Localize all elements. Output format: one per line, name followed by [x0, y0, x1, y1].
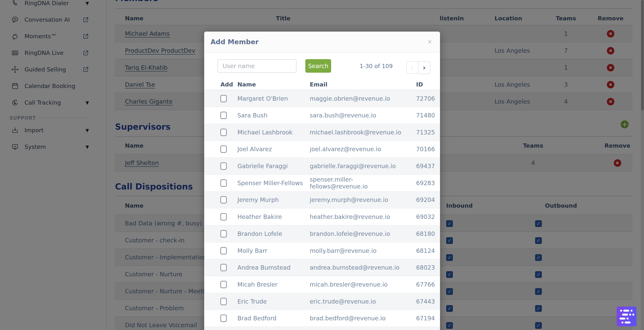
list-item: Sara Bush sara.bush@revenue.io 71480 — [204, 107, 440, 124]
list-item: Micah Bresler micah.bresler@revenue.io 6… — [204, 276, 440, 293]
user-id: 67766 — [410, 276, 440, 293]
user-email: andrea.bumstead@revenue.io — [303, 259, 410, 276]
add-user-checkbox[interactable] — [220, 179, 227, 187]
user-name: Margaret O'Brien — [231, 90, 303, 107]
list-item: Gabrielle Faraggi gabrielle.faraggi@reve… — [204, 158, 440, 175]
app-root: RingDNA Dialer ▼ Conversation AI Moments… — [0, 0, 644, 330]
user-name: Jeremy Murph — [231, 191, 303, 208]
chevron-left-icon: ‹ — [411, 63, 414, 72]
column-header-id: ID — [410, 79, 440, 90]
user-email: micah.bresler@revenue.io — [303, 276, 410, 293]
add-user-checkbox[interactable] — [220, 95, 227, 102]
user-email: michael.lashbrook@revenue.io — [303, 124, 410, 141]
pagination-range: 1-30 of 109 — [348, 63, 404, 69]
list-item: Spenser Miller-Fellows spenser.miller-fe… — [204, 174, 440, 191]
user-email: sara.bush@revenue.io — [303, 107, 410, 124]
user-name: Brandon Lofele — [231, 225, 303, 242]
user-name: Micah Bresler — [231, 276, 303, 293]
list-item: Jeremy Murph jeremy.murph@revenue.io 692… — [204, 191, 440, 208]
list-item: Michael Lashbrook michael.lashbrook@reve… — [204, 124, 440, 141]
column-header-name: Name — [231, 79, 303, 90]
add-user-checkbox[interactable] — [220, 315, 227, 322]
list-item: Molly Barr molly.barr@revenue.io 68124 — [204, 242, 440, 259]
add-user-checkbox[interactable] — [220, 281, 227, 288]
user-id: 68023 — [410, 259, 440, 276]
user-name: Gabrielle Faraggi — [231, 158, 303, 175]
column-header-add: Add — [204, 79, 231, 90]
add-user-checkbox[interactable] — [220, 213, 227, 220]
user-id: 68124 — [410, 242, 440, 259]
user-email: eric.trude@revenue.io — [303, 293, 410, 310]
user-email: spenser.miller-fellows@revenue.io — [303, 174, 410, 191]
add-member-modal: Add Member ✕ Search 1-30 of 109 ‹ › Add … — [204, 32, 440, 330]
list-item: Brad Bedford brad.bedford@revenue.io 671… — [204, 310, 440, 327]
add-user-checkbox[interactable] — [220, 196, 227, 203]
add-user-checkbox[interactable] — [220, 146, 227, 153]
user-id: 68180 — [410, 225, 440, 242]
add-user-checkbox[interactable] — [220, 298, 227, 305]
user-id: 69283 — [410, 174, 440, 191]
user-email: heather.bakire@revenue.io — [303, 208, 410, 225]
results-header-row: Add Name Email ID — [204, 79, 440, 90]
user-name: Sara Bush — [231, 107, 303, 124]
close-icon[interactable]: ✕ — [428, 39, 432, 45]
user-name: Andrea Bumstead — [231, 259, 303, 276]
user-name: Joel Alvarez — [231, 141, 303, 158]
user-email: maggie.obrien@revenue.io — [303, 90, 410, 107]
modal-header: Add Member ✕ — [204, 32, 440, 52]
list-item: Eric Trude eric.trude@revenue.io 67443 — [204, 293, 440, 310]
user-name: Eric Trude — [231, 293, 303, 310]
user-name: Molly Barr — [231, 242, 303, 259]
modal-title: Add Member — [210, 38, 258, 46]
search-button[interactable]: Search — [306, 59, 331, 73]
user-email: brandon.lofele@revenue.io — [303, 225, 410, 242]
list-item: Heather Bakire heather.bakire@revenue.io… — [204, 208, 440, 225]
list-item: Margaret O'Brien maggie.obrien@revenue.i… — [204, 90, 440, 107]
user-id: 69032 — [410, 208, 440, 225]
add-user-checkbox[interactable] — [220, 112, 227, 119]
chevron-right-icon: › — [422, 63, 426, 72]
previous-page-button[interactable]: ‹ — [406, 61, 418, 74]
user-id: 71325 — [410, 124, 440, 141]
user-id: 70166 — [410, 141, 440, 158]
user-email: gabrielle.faraggi@revenue.io — [303, 158, 410, 175]
list-item: Joel Alvarez joel.alvarez@revenue.io 701… — [204, 141, 440, 158]
add-user-checkbox[interactable] — [220, 264, 227, 271]
user-email: molly.barr@revenue.io — [303, 242, 410, 259]
user-id: 67443 — [410, 293, 440, 310]
next-page-button[interactable]: › — [418, 61, 430, 74]
user-name: Spenser Miller-Fellows — [231, 174, 303, 191]
user-name: Heather Bakire — [231, 208, 303, 225]
list-item: Andrea Bumstead andrea.bumstead@revenue.… — [204, 259, 440, 276]
chat-widget-icon[interactable] — [617, 307, 636, 326]
list-item — [204, 327, 440, 330]
user-id: 71480 — [410, 107, 440, 124]
user-id: 69437 — [410, 158, 440, 175]
list-item: Brandon Lofele brandon.lofele@revenue.io… — [204, 225, 440, 242]
user-name: Brad Bedford — [231, 310, 303, 327]
user-name-input[interactable] — [218, 59, 296, 73]
user-email: brad.bedford@revenue.io — [303, 310, 410, 327]
add-user-checkbox[interactable] — [220, 230, 227, 237]
user-id: 72706 — [410, 90, 440, 107]
column-header-email: Email — [303, 79, 410, 90]
add-user-checkbox[interactable] — [220, 163, 227, 170]
user-name: Michael Lashbrook — [231, 124, 303, 141]
user-email: jeremy.murph@revenue.io — [303, 191, 410, 208]
user-results-table: Add Name Email ID Margaret O'Brien maggi… — [204, 79, 440, 330]
add-user-checkbox[interactable] — [220, 129, 227, 136]
user-id: 69204 — [410, 191, 440, 208]
user-id: 67194 — [410, 310, 440, 327]
add-user-checkbox[interactable] — [220, 247, 227, 254]
user-email: joel.alvarez@revenue.io — [303, 141, 410, 158]
